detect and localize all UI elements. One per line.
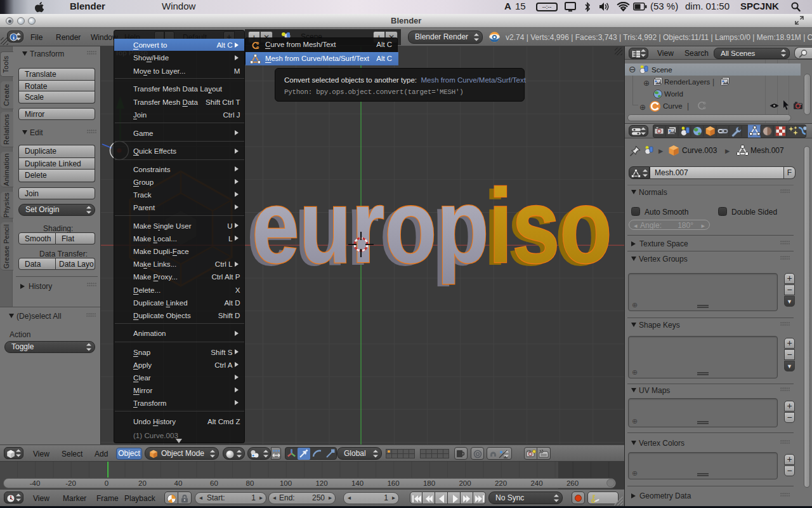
svg-text:iso: iso [488, 173, 612, 284]
svg-text:europ: europ [252, 173, 489, 284]
